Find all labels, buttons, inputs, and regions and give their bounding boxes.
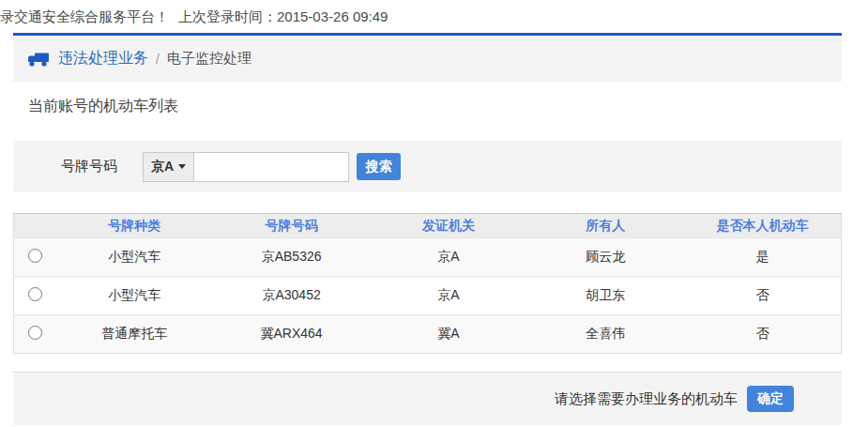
search-panel: 号牌号码 京A 搜索 <box>13 141 842 192</box>
breadcrumb-current-page: 电子监控处理 <box>167 50 251 68</box>
platform-title: 录交通安全综合服务平台！ <box>0 8 169 24</box>
page-title: 当前账号的机动车列表 <box>28 97 842 117</box>
table-row: 小型汽车 京AB5326 京A 顾云龙 是 <box>14 238 842 277</box>
cell-issuing-authority: 京A <box>370 238 526 277</box>
plate-number-label: 号牌号码 <box>61 158 117 175</box>
plate-number-input[interactable] <box>193 152 349 182</box>
select-vehicle-prompt: 请选择需要办理业务的机动车 <box>555 390 738 408</box>
last-login-time: 上次登录时间：2015-03-26 09:49 <box>178 8 388 24</box>
plate-region-selected: 京A <box>151 159 174 175</box>
col-issuing-authority: 发证机关 <box>370 214 526 238</box>
vehicle-radio[interactable] <box>28 249 42 263</box>
table-row: 普通摩托车 冀ARX464 冀A 全喜伟 否 <box>14 315 842 354</box>
vehicle-radio[interactable] <box>28 287 42 301</box>
col-plate-number: 号牌号码 <box>213 214 370 238</box>
cell-plate-type: 小型汽车 <box>56 238 213 277</box>
cell-owner: 胡卫东 <box>527 277 684 315</box>
plate-input-group: 京A <box>143 152 349 182</box>
breadcrumb-separator: / <box>156 52 160 67</box>
plate-region-dropdown[interactable]: 京A <box>143 152 194 182</box>
vehicle-table: 号牌种类 号牌号码 发证机关 所有人 是否本人机动车 小型汽车 京AB5326 … <box>13 213 842 354</box>
cell-owner: 顾云龙 <box>527 238 684 277</box>
cell-plate-number: 冀ARX464 <box>213 315 370 354</box>
table-header-row: 号牌种类 号牌号码 发证机关 所有人 是否本人机动车 <box>14 214 842 238</box>
col-is-own-vehicle: 是否本人机动车 <box>684 214 841 238</box>
main-content: 违法处理业务 / 电子监控处理 当前账号的机动车列表 号牌号码 京A 搜索 号牌… <box>13 33 842 425</box>
confirm-button[interactable]: 确定 <box>747 386 794 412</box>
cell-issuing-authority: 冀A <box>370 315 526 354</box>
search-button[interactable]: 搜索 <box>357 153 401 180</box>
cell-plate-type: 小型汽车 <box>56 277 213 315</box>
breadcrumb: 违法处理业务 / 电子监控处理 <box>13 33 842 82</box>
cell-plate-number: 京AB5326 <box>213 238 370 277</box>
col-owner: 所有人 <box>527 214 684 238</box>
own-flag: 否 <box>684 277 841 315</box>
cell-owner: 全喜伟 <box>527 315 684 354</box>
own-flag: 否 <box>684 315 841 354</box>
cell-plate-number: 京A30452 <box>213 277 370 315</box>
truck-icon <box>27 51 50 68</box>
own-flag: 是 <box>684 238 841 277</box>
col-plate-type: 号牌种类 <box>56 214 213 238</box>
table-row: 小型汽车 京A30452 京A 胡卫东 否 <box>14 277 842 315</box>
top-status-bar: 录交通安全综合服务平台！上次登录时间：2015-03-26 09:49 <box>0 0 868 33</box>
breadcrumb-link-violation-business[interactable]: 违法处理业务 <box>58 49 148 69</box>
footer-action-bar: 请选择需要办理业务的机动车 确定 <box>13 372 842 425</box>
radio-column-header <box>14 214 56 238</box>
cell-plate-type: 普通摩托车 <box>56 315 213 354</box>
vehicle-radio[interactable] <box>28 326 42 340</box>
caret-down-icon <box>178 164 186 169</box>
cell-issuing-authority: 京A <box>370 277 526 315</box>
